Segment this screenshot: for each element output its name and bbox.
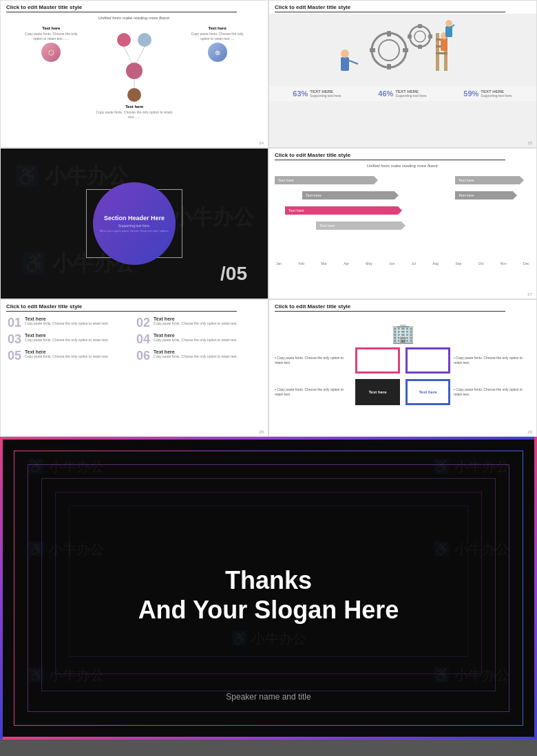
month-jun: Jun xyxy=(389,261,394,266)
stat-3-num: 59% xyxy=(463,89,478,98)
bar3-text: Text here xyxy=(288,208,304,213)
bar2-text-r: Text here xyxy=(459,193,474,197)
building-icon: 🏢 xyxy=(391,322,415,345)
list-title-4: Text here xyxy=(154,333,238,338)
slide-1-title[interactable]: Click to edit Master title style xyxy=(1,1,268,14)
list-title-3: Text here xyxy=(25,333,109,338)
list-item-3: 03 Text here Copy paste fonts. Choose th… xyxy=(8,333,132,345)
thanks-speaker-text: Speaker name and title xyxy=(0,692,537,702)
svg-point-30 xyxy=(445,20,452,27)
slide-6-title[interactable]: Click to edit Master title style xyxy=(269,300,536,313)
box-text-2: Text here xyxy=(419,358,436,363)
slide-3[interactable]: ♿ 小牛办公 ♿ 小牛办公 ♿ 小牛办公 Section Header Here… xyxy=(0,148,268,299)
slide-5-content: 01 Text here Copy paste fonts. Choose th… xyxy=(1,313,268,365)
slide-5-title[interactable]: Click to edit Master title style xyxy=(1,300,268,313)
list-body-3: Text here Copy paste fonts. Choose the o… xyxy=(25,333,109,343)
thanks-main: Thanks And Your Slogan Here xyxy=(138,565,399,625)
svg-rect-27 xyxy=(441,39,448,51)
list-item-6: 06 Text here Copy paste fonts. Choose th… xyxy=(136,349,261,362)
slide-4[interactable]: Click to edit Master title style Unified… xyxy=(268,148,537,299)
wm-br: ♿ 小牛办公 xyxy=(433,666,509,684)
svg-rect-19 xyxy=(418,45,422,49)
num-05: 05 xyxy=(8,349,21,362)
list-desc-2: Copy paste fonts. Choose the only option… xyxy=(154,321,238,326)
timeline-row-2: Text here Text here xyxy=(302,191,531,199)
svg-point-11 xyxy=(379,40,399,61)
svg-rect-13 xyxy=(387,64,391,69)
slide-1-item-2: Text here Copy paste fonts. Choose the o… xyxy=(190,26,245,109)
slide-2-illustration xyxy=(269,14,536,87)
stat-1: 63% TEXT HERE Supporting text here. xyxy=(293,89,341,98)
wm-center: ♿ 小牛办公 xyxy=(231,629,307,648)
svg-rect-12 xyxy=(387,31,391,36)
list-title-1: Text here xyxy=(25,316,109,321)
slide-thanks[interactable]: ♿ 小牛办公 ♿ 小牛办公 ♿ 小牛办公 ♿ 小牛办公 ♿ 小牛办公 ♿ 小牛办… xyxy=(0,437,537,739)
svg-rect-20 xyxy=(408,34,412,39)
slide-5[interactable]: Click to edit Master title style 01 Text… xyxy=(0,299,268,437)
list-body-5: Text here Copy paste fonts. Choose the o… xyxy=(25,349,109,359)
svg-rect-14 xyxy=(370,48,375,52)
month-oct: Oct xyxy=(478,261,484,266)
section-header: Section Header Here xyxy=(99,215,169,222)
num-02: 02 xyxy=(136,316,150,329)
box-grid: • Copy paste fonts. Choose the only opti… xyxy=(275,347,531,405)
list-desc-1: Copy paste fonts. Choose the only option… xyxy=(25,321,109,326)
num-03: 03 xyxy=(8,333,21,345)
month-apr: Apr xyxy=(344,261,349,266)
thanks-title: Thanks xyxy=(138,565,399,595)
slide-1-item-1: Text here Copy paste fonts. Choose the o… xyxy=(23,26,78,109)
wm-bl: ♿ 小牛办公 xyxy=(28,666,104,684)
bar2-text: Text here xyxy=(306,193,322,197)
svg-rect-7 xyxy=(341,57,349,71)
list-title-2: Text here xyxy=(154,316,238,321)
svg-rect-21 xyxy=(428,34,432,39)
list-body-6: Text here Copy paste fonts. Choose the o… xyxy=(154,349,238,359)
box-blue: Text here xyxy=(406,379,450,405)
timeline-row-4: Text here xyxy=(316,222,531,230)
slide-2-title[interactable]: Click to edit Master title style xyxy=(269,1,536,14)
slides-row-3: Click to edit Master title style 01 Text… xyxy=(0,299,537,437)
thanks-slogan: And Your Slogan Here xyxy=(138,595,399,625)
box-desc-1: • Copy paste fonts. Choose the only opti… xyxy=(275,356,352,365)
svg-point-17 xyxy=(414,31,425,42)
slide-4-content: Text here Text here Text here Text here xyxy=(269,170,536,268)
svg-point-8 xyxy=(341,50,349,58)
slide-6-content: 🏢 • Copy paste fonts. Choose the only op… xyxy=(269,313,536,409)
svg-point-10 xyxy=(372,33,406,67)
month-jan: Jan xyxy=(276,261,282,266)
box-pink: Text here xyxy=(355,347,400,374)
stat-3-text: TEXT HERE Supporting text here. xyxy=(481,89,512,98)
slide-6[interactable]: Click to edit Master title style 🏢 • Cop… xyxy=(268,299,537,437)
slide-4-subtitle: Unified fonts make reading more fluent. xyxy=(269,164,536,168)
bar1-text: Text here xyxy=(278,178,294,182)
s1-label-1: Text here xyxy=(42,26,60,30)
slide-6-num: 29 xyxy=(527,430,532,434)
section-sub: Supporting text here. xyxy=(99,224,169,228)
s1-label-2: Text here xyxy=(209,26,227,30)
list-item-1: 01 Text here Copy paste fonts. Choose th… xyxy=(8,316,132,329)
wm-mr: ♿ 小牛办公 xyxy=(433,540,509,559)
slide-1-items: Text here Copy paste fonts. Choose the o… xyxy=(6,23,262,111)
svg-line-9 xyxy=(349,61,358,64)
slide-4-title[interactable]: Click to edit Master title style xyxy=(269,149,536,162)
timeline-row-1: Text here Text here xyxy=(275,176,531,184)
list-desc-6: Copy paste fonts. Choose the only option… xyxy=(154,354,238,359)
slide-2[interactable]: Click to edit Master title style xyxy=(268,0,537,148)
slides-row-2: ♿ 小牛办公 ♿ 小牛办公 ♿ 小牛办公 Section Header Here… xyxy=(0,148,537,299)
list-item-2: 02 Text here Copy paste fonts. Choose th… xyxy=(136,316,261,329)
s1-desc-2: Copy paste fonts. Choose the only option… xyxy=(190,32,245,41)
box-text-1: Text here xyxy=(368,358,386,363)
slide-1-num: 24 xyxy=(259,141,264,145)
slide-1[interactable]: Click to edit Master title style Unified… xyxy=(0,0,268,148)
list-body-2: Text here Copy paste fonts. Choose the o… xyxy=(154,316,238,326)
stat-1-num: 63% xyxy=(293,89,308,98)
svg-point-0 xyxy=(117,33,131,47)
list-item-5: 05 Text here Copy paste fonts. Choose th… xyxy=(8,349,132,362)
box-black: Text here xyxy=(355,379,400,405)
timeline-row-3: Text here xyxy=(285,206,531,215)
slide-1-center xyxy=(114,26,155,109)
slide-1-content: Text here Copy paste fonts. Choose the o… xyxy=(1,22,268,120)
list-title-5: Text here xyxy=(25,349,109,354)
slide-3-circle: Section Header Here Supporting text here… xyxy=(93,182,176,265)
month-jul: Jul xyxy=(411,261,415,266)
